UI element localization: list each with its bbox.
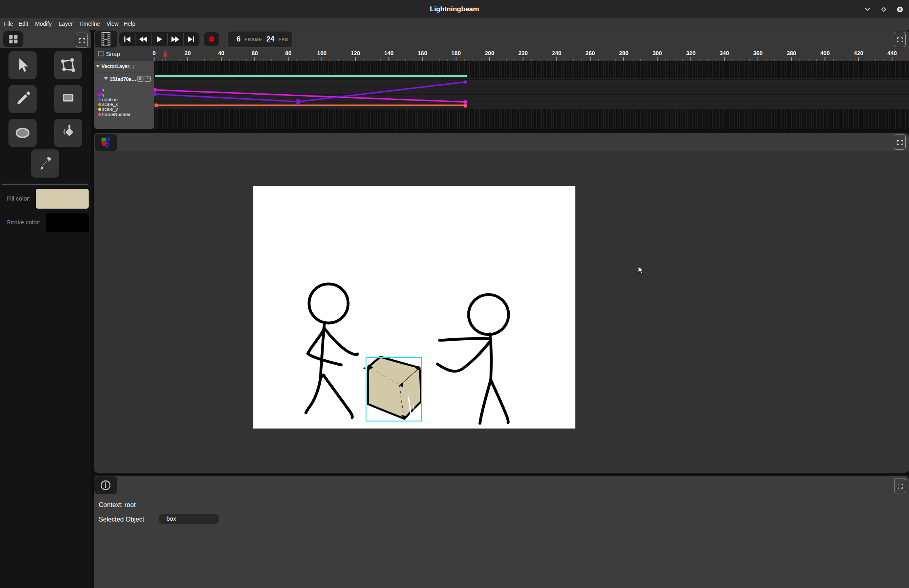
svg-text:120: 120 <box>351 50 360 56</box>
svg-text:60: 60 <box>251 50 258 56</box>
svg-text:240: 240 <box>552 50 562 56</box>
svg-text:40: 40 <box>218 50 224 56</box>
svg-text:420: 420 <box>854 50 863 56</box>
svg-text:220: 220 <box>519 50 528 56</box>
svg-text:440: 440 <box>887 50 897 56</box>
svg-text:280: 280 <box>619 50 629 56</box>
svg-text:360: 360 <box>753 50 763 56</box>
svg-text:180: 180 <box>451 50 461 56</box>
svg-text:260: 260 <box>585 50 595 56</box>
svg-text:160: 160 <box>418 50 428 56</box>
svg-text:200: 200 <box>485 50 494 56</box>
svg-text:380: 380 <box>787 50 797 56</box>
svg-text:0: 0 <box>153 50 156 56</box>
svg-text:340: 340 <box>720 50 729 56</box>
svg-text:80: 80 <box>285 50 292 56</box>
svg-text:140: 140 <box>384 50 394 56</box>
svg-text:20: 20 <box>185 50 191 56</box>
svg-text:400: 400 <box>820 50 830 56</box>
svg-text:300: 300 <box>653 50 662 56</box>
svg-text:100: 100 <box>317 50 327 56</box>
svg-text:320: 320 <box>686 50 696 56</box>
